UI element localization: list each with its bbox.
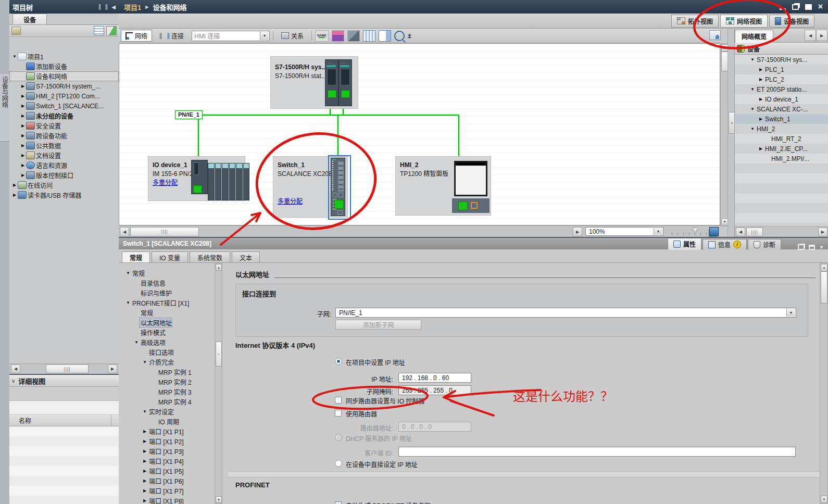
nav-port-p8[interactable]: ▶端口 [X1 P8] xyxy=(121,496,215,504)
tree-item-languages[interactable]: ▶语言和资源 xyxy=(9,160,119,170)
grid-view-icon[interactable] xyxy=(363,30,375,42)
scroll-down-icon[interactable]: ▼ xyxy=(821,496,827,503)
connection-type-select[interactable]: HMI 连接 ▼ xyxy=(192,31,270,41)
tree-item-devices-networks[interactable]: 设备和网络 xyxy=(9,71,119,81)
expander-icon[interactable]: ▶ xyxy=(758,146,764,151)
tab-device-view[interactable]: 设备视图 xyxy=(769,15,814,28)
zoom-plusminus-label[interactable]: ± xyxy=(408,32,411,40)
pin-panel-icon[interactable] xyxy=(99,4,107,10)
expander-icon[interactable]: ▶ xyxy=(20,143,26,148)
subnet-select[interactable]: PN/IE_1 ▼ xyxy=(335,308,796,318)
overview-row-iodevice[interactable]: ▶IO device_1 xyxy=(735,94,828,104)
expander-icon[interactable]: ▶ xyxy=(11,193,18,197)
tree-item-doc-settings[interactable]: ▶文档设置 xyxy=(9,150,119,160)
tab-general[interactable]: 常规 xyxy=(122,251,150,262)
expander-icon[interactable]: ▶ xyxy=(20,173,26,178)
properties-nav-scrollbar[interactable]: ▲ ≡ ▼ xyxy=(215,263,222,504)
dock-panel-icon[interactable] xyxy=(809,245,815,250)
restore-icon[interactable] xyxy=(792,4,799,10)
tab-diagnostics[interactable]: 诊断 xyxy=(748,239,781,250)
nav-catalog-info[interactable]: 目录信息 xyxy=(121,278,215,288)
chevron-down-icon[interactable]: ∨ xyxy=(11,378,15,384)
scroll-thumb[interactable]: |||| xyxy=(46,364,89,373)
nav-mrp3[interactable]: MRP 实例 3 xyxy=(121,387,215,397)
nav-ethernet-address[interactable]: 以太网地址 xyxy=(121,318,215,327)
expander-icon[interactable]: ▼ xyxy=(749,87,756,92)
tab-scroll-left-icon[interactable]: ◀ xyxy=(805,30,816,41)
overview-row-hmiiecp[interactable]: ▶HMI_2.IE_CP... xyxy=(735,144,828,154)
show-overview-icon[interactable] xyxy=(709,30,721,40)
collapse-panel-icon[interactable]: ▼ xyxy=(819,245,824,250)
chevron-down-icon[interactable]: ▼ xyxy=(786,309,795,317)
overview-row-plc1[interactable]: ▶PLC_1 xyxy=(735,65,828,74)
sync-router-checkbox[interactable] xyxy=(335,397,342,404)
expander-icon[interactable]: ▶ xyxy=(20,163,26,168)
split-pane-icon[interactable] xyxy=(379,30,391,42)
breadcrumb-project[interactable]: 项目1 xyxy=(124,2,141,12)
filter-icon[interactable] xyxy=(11,27,21,35)
tab-network-view[interactable]: 网络视图 xyxy=(720,15,768,28)
nav-general2[interactable]: 常规 xyxy=(121,308,215,318)
subnet-mask-field[interactable]: 255 . 255 . 255 . 0 xyxy=(398,385,471,395)
expander-icon[interactable]: ▶ xyxy=(758,67,764,72)
nav-mrp4[interactable]: MRP 实例 4 xyxy=(121,397,215,407)
nav-port-p7[interactable]: ▶端口 [X1 P7] xyxy=(121,486,215,496)
io-device-box[interactable]: IO device_1 IM 155-6 PN/2 HF 多重分配 xyxy=(148,156,245,201)
subnet-label[interactable]: PN/IE_1 xyxy=(175,110,203,119)
tab-io-tags[interactable]: IO 变量 xyxy=(152,251,188,262)
scroll-thumb[interactable] xyxy=(821,271,827,304)
scroll-thumb[interactable]: ≡ xyxy=(216,342,222,367)
overview-row-hmi2[interactable]: ▼HMI_2 xyxy=(735,124,828,134)
nav-media-redundancy[interactable]: ▼介质冗余 xyxy=(121,357,215,367)
overview-hscrollbar[interactable]: ◀ |||| ▶ xyxy=(735,226,828,237)
detail-view-name-header[interactable]: 名称 xyxy=(9,415,119,426)
client-id-field[interactable] xyxy=(398,447,796,457)
plc-module-1[interactable]: ... xyxy=(325,59,338,106)
ip-address-field[interactable]: 192 . 168 . 0 . 60 xyxy=(398,373,471,383)
tab-scroll-right-icon[interactable]: ▶ xyxy=(816,30,827,41)
network-mode-button[interactable]: 网络 xyxy=(121,30,152,42)
overview-row-hmimpi[interactable]: HMI_2.MPI/... xyxy=(735,154,828,163)
plc-module-2[interactable]: ... xyxy=(338,59,352,106)
expander-icon[interactable]: ▶ xyxy=(20,123,26,128)
tree-item-project[interactable]: ▼项目1 xyxy=(9,52,119,61)
expander-icon[interactable]: ▶ xyxy=(758,117,764,121)
highlight-subnet-icon[interactable] xyxy=(347,30,360,42)
hmi-screen[interactable] xyxy=(454,161,487,196)
breadcrumb-page[interactable]: 设备和网络 xyxy=(153,2,186,12)
overview-row-scalance[interactable]: ▼SCALANCE XC-... xyxy=(735,104,828,114)
expander-icon[interactable]: ▶ xyxy=(20,153,26,158)
tab-topology-view[interactable]: 拓扑视图 xyxy=(671,15,719,28)
nav-profinet-interface[interactable]: ▼PROFINET接口 [X1] xyxy=(121,298,215,308)
tree-item-cross-device[interactable]: ▶跨设备功能 xyxy=(9,131,119,141)
maximize-icon[interactable] xyxy=(805,4,812,10)
project-tree-hscrollbar[interactable]: ◀ |||| ▶ xyxy=(9,363,119,373)
network-canvas[interactable]: PN/IE_1 S7-1500R/H sys... S7-1500R/H sta… xyxy=(119,43,720,225)
overview-row-et200sp[interactable]: ▼ET 200SP statio... xyxy=(735,84,828,94)
expander-icon[interactable]: ▶ xyxy=(20,94,26,98)
tab-texts[interactable]: 文本 xyxy=(232,251,260,262)
expander-icon[interactable]: ▼ xyxy=(749,57,756,62)
scroll-right-icon[interactable]: ▶ xyxy=(108,364,117,373)
nav-port-p6[interactable]: ▶端口 [X1 P6] xyxy=(121,476,215,486)
expander-icon[interactable]: ▼ xyxy=(749,107,756,111)
nav-ident-maint[interactable]: 标识与维护 xyxy=(121,288,215,298)
nav-port-p2[interactable]: ▶端口 [X1 P2] xyxy=(121,436,215,446)
scroll-up-icon[interactable]: ▲ xyxy=(821,264,827,271)
overview-row-switch1[interactable]: ▶Switch_1 xyxy=(735,114,828,124)
zoom-level-select[interactable]: 100% ▼ xyxy=(585,227,663,236)
overview-row-s71500[interactable]: ▼S7-1500R/H sys... xyxy=(735,55,828,65)
tree-item-switch1[interactable]: ▶Switch_1 [SCALANCE... xyxy=(9,101,119,111)
nav-general[interactable]: ▼常规 xyxy=(121,268,215,278)
zoom-icon[interactable] xyxy=(394,31,405,41)
fit-to-view-icon[interactable] xyxy=(709,227,719,236)
connections-button[interactable]: 连接 xyxy=(155,30,189,42)
minimize-icon[interactable] xyxy=(780,8,786,10)
expander-icon[interactable]: ▶ xyxy=(11,183,18,187)
scroll-left-icon[interactable]: ◀ xyxy=(11,364,20,373)
close-icon[interactable]: × xyxy=(818,4,823,10)
collapse-panel-icon[interactable]: ◀ xyxy=(111,4,116,10)
tree-item-s71500[interactable]: ▶S7-1500R/H system_... xyxy=(9,81,119,91)
plc-station-box[interactable]: S7-1500R/H sys... S7-1500R/H stat... ...… xyxy=(270,56,358,109)
expander-icon[interactable]: ▶ xyxy=(20,114,26,118)
